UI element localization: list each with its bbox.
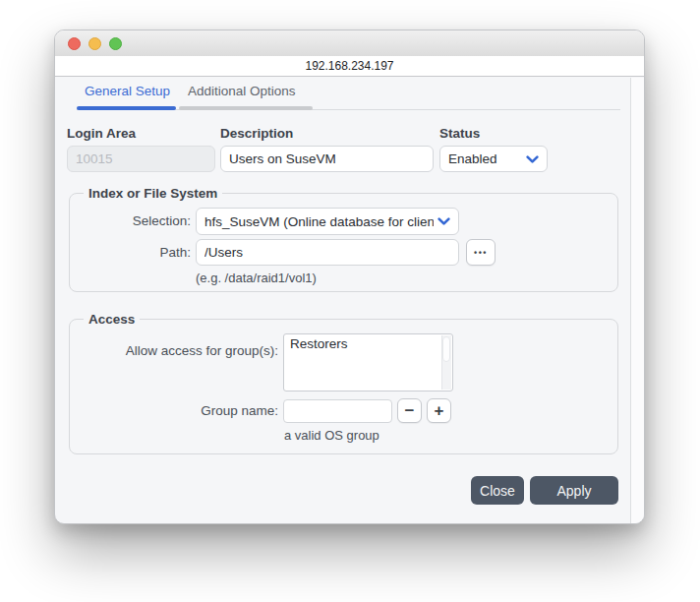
minimize-window-icon[interactable] [88, 37, 101, 50]
browse-path-button[interactable]: ••• [466, 239, 496, 266]
listbox-scrollbar-thumb[interactable] [442, 336, 450, 362]
description-input[interactable] [220, 146, 434, 172]
desktop-background: 192.168.234.197 General Setup Additional… [0, 0, 700, 602]
status-select-value: Enabled [448, 151, 497, 166]
list-item[interactable]: Restorers [284, 334, 452, 353]
login-area-input [67, 146, 215, 172]
close-window-icon[interactable] [68, 37, 81, 50]
path-input[interactable] [196, 239, 459, 266]
titlebar [55, 30, 644, 56]
apply-button[interactable]: Apply [530, 476, 618, 505]
ellipsis-icon: ••• [474, 248, 488, 258]
dialog-window: 192.168.234.197 General Setup Additional… [54, 30, 645, 524]
group-name-hint: a valid OS group [284, 428, 379, 443]
minus-icon: − [405, 402, 415, 419]
allow-groups-label: Allow access for group(s): [82, 343, 278, 358]
access-legend: Access [84, 312, 140, 327]
selection-select[interactable]: hfs_SuseVM (Online database for client S [196, 208, 459, 235]
dialog-content: General Setup Additional Options Login A… [55, 78, 644, 523]
login-area-label: Login Area [67, 126, 136, 141]
group-name-input[interactable] [283, 399, 392, 423]
chevron-down-icon [434, 215, 450, 227]
plus-icon: + [435, 402, 444, 419]
add-group-button[interactable]: + [427, 398, 451, 423]
zoom-window-icon[interactable] [109, 37, 122, 50]
selection-label: Selection: [97, 213, 191, 228]
status-label: Status [439, 126, 480, 141]
selection-select-value: hfs_SuseVM (Online database for client S [204, 214, 434, 229]
tab-idle-indicator [179, 106, 313, 110]
description-label: Description [220, 126, 293, 141]
groups-listbox[interactable]: Restorers [283, 333, 453, 391]
path-label: Path: [97, 245, 191, 260]
window-title: 192.168.234.197 [55, 56, 644, 77]
group-name-label: Group name: [150, 403, 278, 418]
tab-active-indicator [77, 106, 176, 110]
remove-group-button[interactable]: − [397, 398, 422, 423]
index-filesystem-legend: Index or File System [84, 186, 222, 201]
path-hint: (e.g. /data/raid1/vol1) [196, 271, 317, 285]
chevron-down-icon [526, 153, 539, 165]
tab-additional-options[interactable]: Additional Options [188, 84, 296, 98]
scrollbar-gutter[interactable] [630, 78, 644, 523]
status-select[interactable]: Enabled [439, 146, 548, 172]
tab-general-setup[interactable]: General Setup [85, 84, 170, 98]
close-button[interactable]: Close [471, 476, 524, 505]
